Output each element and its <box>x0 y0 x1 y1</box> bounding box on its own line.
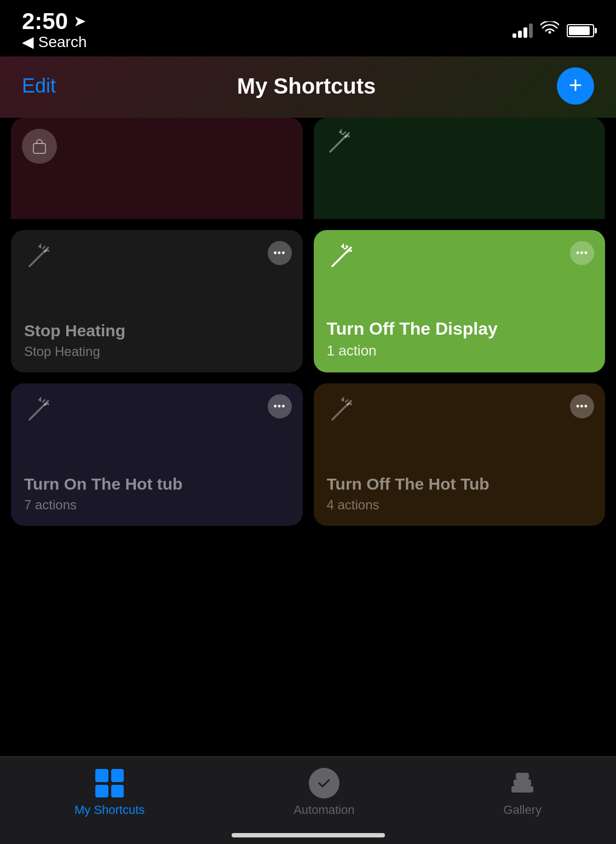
svg-line-28 <box>43 400 45 402</box>
tab-automation-label: Automation <box>293 803 354 817</box>
svg-point-7 <box>348 135 350 137</box>
status-right <box>513 21 594 39</box>
svg-line-4 <box>343 132 346 134</box>
status-time: 2:50 ➤ <box>22 10 87 33</box>
svg-point-6 <box>339 131 341 133</box>
card-stop-heating-title: Stop Heating <box>24 321 290 341</box>
automation-icon <box>309 768 339 799</box>
bag-icon <box>22 129 57 164</box>
card-stop-heating[interactable]: ••• Stop Heating Stop Heating <box>11 230 303 372</box>
wifi-icon <box>540 21 559 39</box>
card-turn-on-hottub-subtitle: 7 actions <box>24 497 290 513</box>
more-options-turn-off-hottub[interactable]: ••• <box>570 394 594 418</box>
tab-my-shortcuts-label: My Shortcuts <box>74 803 145 817</box>
card-add-to-bring[interactable]: Add to Bring Add "Chicken (broth)" <box>11 118 303 219</box>
svg-line-9 <box>30 251 45 266</box>
card-turn-off-display[interactable]: ••• Turn Off The Display 1 action <box>314 230 606 372</box>
tab-gallery[interactable]: Gallery <box>503 768 542 817</box>
card-turn-off-hottub-subtitle: 4 actions <box>327 497 592 513</box>
card-set-temperature[interactable]: Set Temperature to 70° Set Temperature t… <box>314 118 606 219</box>
edit-button[interactable]: Edit <box>22 74 56 97</box>
svg-point-24 <box>346 245 347 247</box>
svg-point-30 <box>38 399 41 401</box>
card-turn-off-hottub-title: Turn Off The Hot Tub <box>327 474 592 494</box>
tab-bar: My Shortcuts Automation Gallery <box>0 756 616 844</box>
svg-line-16 <box>332 251 348 266</box>
card-turn-off-display-subtitle: 1 action <box>327 342 592 359</box>
svg-point-38 <box>350 403 352 405</box>
battery-icon <box>567 24 594 37</box>
svg-rect-41 <box>516 773 529 779</box>
svg-line-32 <box>332 404 348 420</box>
middle-cards: ••• Stop Heating Stop Heating ••• Turn O… <box>0 230 616 372</box>
nav-header: Edit My Shortcuts + <box>0 56 616 118</box>
svg-rect-39 <box>511 786 533 793</box>
svg-point-8 <box>341 134 343 135</box>
svg-rect-40 <box>514 779 531 786</box>
svg-line-12 <box>43 246 45 249</box>
sparkle-icon-turn-on-hottub <box>24 397 53 427</box>
svg-rect-0 <box>33 143 45 153</box>
sparkle-icon-turn-off-display <box>327 243 355 274</box>
svg-point-31 <box>47 403 49 405</box>
add-shortcut-button[interactable]: + <box>557 67 594 105</box>
tab-my-shortcuts[interactable]: My Shortcuts <box>74 768 145 817</box>
sparkle-dim-icon <box>325 129 353 159</box>
card-turn-off-display-title: Turn Off The Display <box>327 318 592 339</box>
plus-icon: + <box>569 74 583 97</box>
svg-line-19 <box>346 246 348 249</box>
top-partial-cards: Add to Bring Add "Chicken (broth)" Set T… <box>0 118 616 219</box>
gallery-icon <box>507 768 538 799</box>
svg-line-25 <box>30 404 45 420</box>
card-stop-heating-subtitle: Stop Heating <box>24 344 290 359</box>
more-options-turn-on-hottub[interactable]: ••• <box>268 394 292 418</box>
page-title: My Shortcuts <box>237 74 376 99</box>
card-turn-off-hottub[interactable]: ••• Turn Off The Hot Tub 4 actions <box>314 383 606 526</box>
svg-point-15 <box>47 250 49 252</box>
sparkle-icon-turn-off-hottub <box>327 397 355 427</box>
my-shortcuts-icon <box>94 768 125 799</box>
location-arrow-icon: ➤ <box>73 14 86 29</box>
card-turn-on-hottub[interactable]: ••• Turn On The Hot tub 7 actions <box>11 383 303 526</box>
home-indicator <box>232 833 385 837</box>
svg-point-21 <box>341 245 343 248</box>
sparkle-icon-stop-heating <box>24 243 53 274</box>
status-left: 2:50 ➤ ◀ Search <box>22 10 87 51</box>
bottom-cards: ••• Turn On The Hot tub 7 actions ••• Tu… <box>0 383 616 526</box>
svg-line-35 <box>346 400 348 402</box>
svg-point-37 <box>341 399 343 401</box>
status-back[interactable]: ◀ Search <box>22 33 87 51</box>
svg-point-14 <box>38 245 41 248</box>
svg-point-23 <box>343 248 345 250</box>
svg-point-22 <box>350 250 352 252</box>
card-turn-on-hottub-title: Turn On The Hot tub <box>24 474 290 494</box>
tab-automation[interactable]: Automation <box>293 768 354 817</box>
more-options-stop-heating[interactable]: ••• <box>268 241 292 265</box>
status-bar: 2:50 ➤ ◀ Search <box>0 0 616 56</box>
signal-bars-icon <box>513 24 533 38</box>
svg-line-1 <box>330 136 346 152</box>
more-options-turn-off-display[interactable]: ••• <box>570 241 594 265</box>
tab-gallery-label: Gallery <box>503 803 542 817</box>
